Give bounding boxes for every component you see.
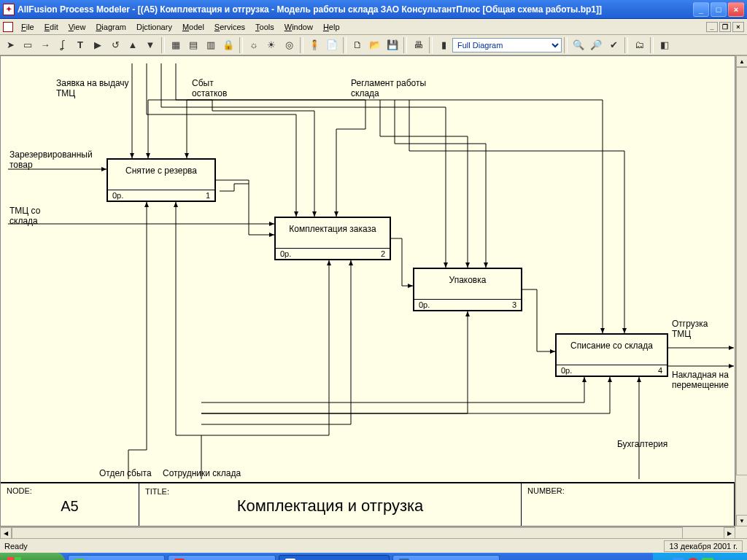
diagram-canvas[interactable]: Заявка на выдачу ТМЦ Сбыт остатков Регла… bbox=[0, 55, 735, 526]
report-icon[interactable]: ▮ bbox=[436, 37, 452, 53]
start-button[interactable]: пуск bbox=[0, 553, 65, 560]
mdi-sys-icon[interactable] bbox=[3, 22, 13, 32]
tool-e-icon[interactable]: ☀ bbox=[263, 37, 279, 53]
vertical-scrollbar[interactable]: ▲ ▼ bbox=[735, 55, 747, 526]
taskbar-item-2[interactable]: :: Online-версия Кон... bbox=[168, 555, 276, 560]
windows-flag-icon bbox=[7, 557, 22, 560]
toolbar: ➤ ▭ → ʆ T ▶ ↺ ▲ ▼ ▦ ▤ ▥ 🔒 ☼ ☀ ◎ 🧍 📄 🗋 📂 … bbox=[0, 35, 747, 55]
scroll-up-icon[interactable]: ▲ bbox=[736, 55, 747, 67]
activity-name: Снятие с резерва bbox=[108, 160, 214, 176]
mdi-close-button[interactable]: × bbox=[732, 22, 744, 32]
mdi-minimize-button[interactable]: _ bbox=[706, 22, 718, 32]
number-label: NUMBER: bbox=[527, 486, 728, 495]
tool-b-icon[interactable]: ▤ bbox=[185, 37, 201, 53]
menu-bar: File Edit View Diagram Dictionary Model … bbox=[0, 19, 747, 35]
menu-edit[interactable]: Edit bbox=[39, 21, 63, 33]
mdi-restore-button[interactable]: ❐ bbox=[719, 22, 731, 32]
close-button[interactable]: × bbox=[728, 2, 744, 17]
label-zayavka: Заявка на выдачу ТМЦ bbox=[56, 78, 129, 98]
tool-a-icon[interactable]: ▦ bbox=[168, 37, 184, 53]
activity-name: Комплектация заказа bbox=[276, 218, 390, 234]
label-reglament: Регламент работы склада bbox=[351, 78, 426, 98]
tool-d-icon[interactable]: ☼ bbox=[246, 37, 262, 53]
status-date: 13 декабря 2001 г. bbox=[664, 540, 743, 552]
title-label: TITLE: bbox=[145, 487, 169, 496]
menu-file[interactable]: File bbox=[16, 21, 39, 33]
app-icon: ✦ bbox=[3, 4, 15, 15]
taskbar-item-4[interactable]: Диплом Складской ... bbox=[392, 555, 500, 560]
scroll-down-icon[interactable]: ▼ bbox=[736, 515, 747, 526]
tool-c-icon[interactable]: ▥ bbox=[203, 37, 219, 53]
scroll-thumb[interactable] bbox=[12, 527, 683, 538]
text-tool-icon[interactable]: T bbox=[72, 37, 88, 53]
arrows-layer bbox=[1, 56, 735, 526]
model-explorer-icon[interactable]: 🗂 bbox=[631, 37, 647, 53]
tool-h-icon[interactable]: 📄 bbox=[324, 37, 340, 53]
menu-diagram[interactable]: Diagram bbox=[90, 21, 131, 33]
menu-view[interactable]: View bbox=[63, 21, 91, 33]
save-icon[interactable]: 💾 bbox=[384, 37, 400, 53]
zoom-fit-icon[interactable]: 🔍 bbox=[570, 37, 587, 53]
activity-tool-icon[interactable]: ▭ bbox=[20, 37, 36, 53]
goto-child-icon[interactable]: ▶ bbox=[90, 37, 106, 53]
goto-sibling-up-icon[interactable]: ▲ bbox=[125, 37, 141, 53]
menu-window[interactable]: Window bbox=[279, 21, 318, 33]
scroll-right-icon[interactable]: ▶ bbox=[724, 527, 735, 538]
new-icon[interactable]: 🗋 bbox=[349, 37, 365, 53]
activity-name: Списание со склада bbox=[557, 335, 667, 351]
squiggle-tool-icon[interactable]: ʆ bbox=[55, 37, 71, 53]
menu-dictionary[interactable]: Dictionary bbox=[131, 21, 177, 33]
label-otdel: Отдел сбыта bbox=[99, 468, 152, 478]
minimize-button[interactable]: _ bbox=[693, 2, 709, 17]
menu-model[interactable]: Model bbox=[177, 21, 209, 33]
window-title: AllFusion Process Modeler - [(А5) Компле… bbox=[18, 4, 693, 15]
node-value: A5 bbox=[7, 495, 133, 515]
label-sotrudniki: Сотрудники склада bbox=[163, 468, 241, 478]
menu-help[interactable]: Help bbox=[318, 21, 345, 33]
label-buh: Бухгалтерия bbox=[617, 439, 667, 449]
label-reserved: Зарезервированный товар bbox=[9, 149, 93, 170]
activity-box-1[interactable]: Снятие с резерва 0р.1 bbox=[107, 158, 216, 202]
status-bar: Ready 13 декабря 2001 г. bbox=[0, 538, 747, 553]
misc-icon[interactable]: ◧ bbox=[657, 37, 673, 53]
menu-services[interactable]: Services bbox=[209, 21, 250, 33]
zoom-in-icon[interactable]: 🔎 bbox=[588, 37, 604, 53]
spellcheck-icon[interactable]: ✔ bbox=[605, 37, 622, 53]
scroll-corner bbox=[735, 526, 747, 538]
scroll-left-icon[interactable]: ◀ bbox=[0, 527, 12, 538]
workarea: Заявка на выдачу ТМЦ Сбыт остатков Регла… bbox=[0, 55, 747, 538]
pointer-tool-icon[interactable]: ➤ bbox=[2, 37, 18, 53]
menu-tools[interactable]: Tools bbox=[250, 21, 279, 33]
zoom-select[interactable]: Full Diagram bbox=[452, 38, 562, 52]
activity-name: Упаковка bbox=[414, 269, 521, 285]
node-label: NODE: bbox=[7, 486, 133, 495]
taskbar: пуск Результаты поиска :: Online-версия … bbox=[0, 553, 747, 560]
label-tmc: ТМЦ со склада bbox=[9, 206, 40, 226]
open-icon[interactable]: 📂 bbox=[367, 37, 383, 53]
activity-box-3[interactable]: Упаковка 0р.3 bbox=[413, 268, 522, 311]
title-value: Комплектация и отгрузка bbox=[145, 497, 515, 516]
scroll-thumb[interactable] bbox=[736, 67, 747, 475]
activity-box-4[interactable]: Списание со склада 0р.4 bbox=[555, 333, 668, 377]
taskbar-item-1[interactable]: Результаты поиска bbox=[68, 555, 165, 560]
taskbar-item-3[interactable]: AllFusion Process Mo... bbox=[279, 555, 390, 560]
system-tray: RU 21:14 bbox=[653, 553, 747, 560]
label-otgruzka: Отгрузка ТМЦ bbox=[672, 319, 708, 339]
diagram-info-strip: NODE: A5 TITLE: Комплектация и отгрузка … bbox=[1, 482, 735, 526]
label-sbyt: Сбыт остатков bbox=[192, 78, 227, 98]
maximize-button[interactable]: □ bbox=[711, 2, 727, 17]
goto-parent-icon[interactable]: ↺ bbox=[107, 37, 123, 53]
goto-sibling-down-icon[interactable]: ▼ bbox=[142, 37, 158, 53]
tool-g-icon[interactable]: 🧍 bbox=[306, 37, 322, 53]
tool-f-icon[interactable]: ◎ bbox=[281, 37, 297, 53]
activity-box-2[interactable]: Комплектация заказа 0р.2 bbox=[274, 217, 391, 260]
window-titlebar: ✦ AllFusion Process Modeler - [(А5) Комп… bbox=[0, 0, 747, 19]
arrow-tool-icon[interactable]: → bbox=[37, 37, 53, 53]
start-label: пуск bbox=[26, 557, 52, 560]
print-icon[interactable]: 🖶 bbox=[410, 37, 426, 53]
horizontal-scrollbar[interactable]: ◀ ▶ bbox=[0, 526, 735, 538]
lock-icon[interactable]: 🔒 bbox=[220, 37, 236, 53]
status-ready: Ready bbox=[4, 542, 28, 551]
label-nakladnaya: Накладная на перемещение bbox=[672, 370, 729, 390]
